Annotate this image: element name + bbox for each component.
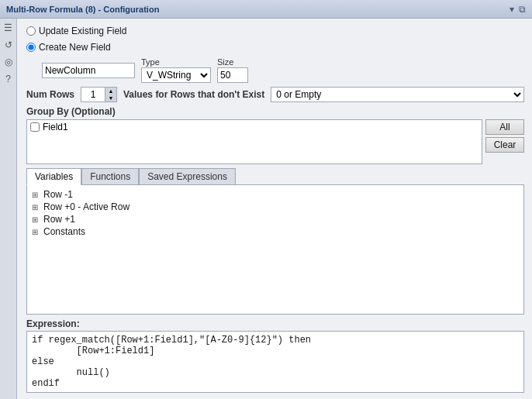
update-existing-label: Update Existing Field [39, 26, 126, 36]
type-select[interactable]: V_WString [141, 67, 211, 83]
group-by-content: Field1 All Clear [26, 119, 524, 164]
tabs-header: Variables Functions Saved Expressions [26, 168, 524, 185]
clear-button[interactable]: Clear [485, 137, 524, 153]
num-rows-label: Num Rows [26, 89, 74, 100]
main-content: Update Existing Field Create New Field T… [0, 19, 532, 399]
spinner-up-button[interactable]: ▲ [105, 88, 116, 95]
num-rows-row: Num Rows ▲ ▼ Values for Rows that don't … [26, 87, 524, 102]
sidebar-help-icon[interactable]: ? [2, 73, 15, 85]
tree-label-row-active: Row +0 - Active Row [43, 201, 130, 212]
update-existing-row: Update Existing Field [26, 25, 524, 37]
tree-item-row-active: ⊞ Row +0 - Active Row [30, 201, 520, 213]
tab-saved-expressions[interactable]: Saved Expressions [139, 168, 236, 184]
group-by-buttons: All Clear [485, 119, 524, 153]
tree-item-row-plus1: ⊞ Row +1 [30, 213, 520, 225]
create-new-label: Create New Field [39, 42, 111, 53]
update-existing-radio[interactable] [26, 26, 36, 36]
group-by-item-field1: Field1 [30, 122, 478, 132]
title-bar: Multi-Row Formula (8) - Configuration ▾ … [0, 0, 532, 19]
field-name-input[interactable] [42, 63, 135, 78]
tabs-content: ⊞ Row -1 ⊞ Row +0 - Active Row ⊞ Row +1 … [26, 185, 524, 315]
sidebar-undo-icon[interactable]: ↺ [2, 39, 15, 51]
field1-label: Field1 [43, 122, 68, 132]
expression-section: Expression: if regex_match([Row+1:Field1… [26, 318, 524, 393]
size-input[interactable] [217, 67, 248, 83]
tab-functions[interactable]: Functions [81, 168, 139, 184]
chevron-icon[interactable]: ▾ [510, 4, 514, 15]
size-group: Size [217, 57, 248, 83]
num-rows-spinner: ▲ ▼ [81, 87, 117, 102]
group-by-label: Group By (Optional) [26, 106, 524, 117]
sidebar-target-icon[interactable]: ◎ [2, 56, 15, 68]
tab-variables[interactable]: Variables [26, 168, 81, 185]
create-new-row: Create New Field [26, 41, 524, 53]
values-label: Values for Rows that don't Exist [123, 89, 264, 100]
all-button[interactable]: All [485, 119, 524, 135]
tree-item-constants: ⊞ Constants [30, 225, 520, 238]
restore-icon[interactable]: ⧉ [519, 4, 526, 15]
size-label: Size [217, 57, 248, 67]
field-settings-row: Type V_WString Size [42, 57, 524, 83]
left-sidebar: ☰ ↺ ◎ ? [0, 19, 17, 399]
content-area: Update Existing Field Create New Field T… [26, 25, 524, 393]
num-rows-value[interactable] [81, 88, 105, 101]
type-group: Type V_WString [141, 57, 211, 83]
expression-box[interactable]: if regex_match([Row+1:Field1],"[A-Z0-9]{… [26, 331, 524, 393]
title-text: Multi-Row Formula (8) - Configuration [6, 5, 159, 14]
tree-label-constants: Constants [43, 226, 85, 237]
tree-label-row-minus1: Row -1 [43, 189, 73, 200]
expression-label: Expression: [26, 318, 524, 329]
expander-row-plus1[interactable]: ⊞ [32, 215, 41, 224]
spinner-down-button[interactable]: ▼ [105, 95, 116, 101]
type-label: Type [141, 57, 211, 67]
group-by-section: Group By (Optional) Field1 All Clear [26, 106, 524, 164]
expander-row-minus1[interactable]: ⊞ [32, 191, 41, 199]
group-by-list: Field1 [26, 119, 482, 164]
title-icons: ▾ ⧉ [510, 4, 526, 15]
expander-row-active[interactable]: ⊞ [32, 203, 41, 212]
field1-checkbox[interactable] [30, 122, 40, 132]
sidebar-menu-icon[interactable]: ☰ [2, 22, 15, 34]
tabs-section: Variables Functions Saved Expressions ⊞ … [26, 168, 524, 315]
create-new-radio[interactable] [26, 43, 36, 52]
expander-constants[interactable]: ⊞ [32, 228, 41, 236]
values-select[interactable]: 0 or Empty Null Error [271, 87, 524, 102]
spinner-buttons: ▲ ▼ [105, 88, 116, 101]
tree-item-row-minus1: ⊞ Row -1 [30, 188, 520, 201]
tree-label-row-plus1: Row +1 [43, 214, 75, 225]
